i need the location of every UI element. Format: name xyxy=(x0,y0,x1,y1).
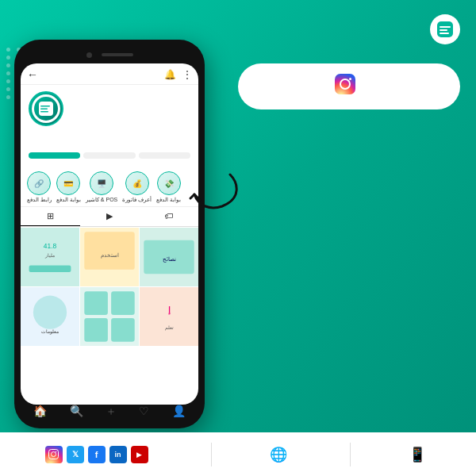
svg-point-33 xyxy=(52,452,56,457)
svg-text:نصائح: نصائح xyxy=(163,256,176,263)
ig-notification-icon[interactable]: 🔔 xyxy=(164,69,176,80)
ig-header: ← 🔔 ⋮ xyxy=(21,63,198,85)
ig-grid-item-2[interactable]: استخدم xyxy=(80,228,139,286)
ig-photo-grid: 41.8 مليار استخدم ن xyxy=(21,228,198,346)
footer-divider-2 xyxy=(350,443,351,466)
svg-rect-1 xyxy=(440,26,451,28)
svg-text:استخدم: استخدم xyxy=(101,251,119,259)
footer-social: 𝕏 f in ▶ xyxy=(45,446,153,463)
footer-divider-1 xyxy=(211,443,212,466)
ig-message-button[interactable] xyxy=(83,152,135,159)
svg-rect-2 xyxy=(440,29,447,31)
phone-mockup: ← 🔔 ⋮ xyxy=(14,40,205,428)
ig-tab-grid[interactable]: ⊞ xyxy=(21,207,80,226)
ig-highlight-label-2: بوابة الدفع xyxy=(56,197,81,203)
ig-profile-top xyxy=(29,91,190,126)
svg-rect-6 xyxy=(40,109,48,110)
svg-rect-22 xyxy=(84,292,108,316)
ig-grid-item-1[interactable]: 41.8 مليار xyxy=(21,228,79,286)
ig-avatar-logo xyxy=(34,97,58,121)
footer: 𝕏 f in ▶ 🌐 📱 xyxy=(0,432,476,476)
ig-highlight-circle-2: 💳 xyxy=(56,171,80,195)
ig-highlight-label-1: رابط الدفع xyxy=(27,197,52,203)
instagram-badge[interactable] xyxy=(238,63,460,109)
phone-screen: ← 🔔 ⋮ xyxy=(21,63,198,405)
phone-nav-heart[interactable]: ♡ xyxy=(139,405,149,419)
phone-bottom-nav: 🏠 🔍 ＋ ♡ 👤 xyxy=(14,405,205,419)
ig-highlight-circle-1: 🔗 xyxy=(27,171,51,195)
ig-highlight-2[interactable]: 💳 بوابة الدفع xyxy=(56,171,81,203)
svg-rect-11 xyxy=(29,266,71,272)
svg-point-19 xyxy=(33,296,67,329)
right-content xyxy=(238,48,460,109)
svg-text:معلومات: معلومات xyxy=(41,329,59,336)
ig-follow-button[interactable] xyxy=(29,152,80,159)
ig-highlight-circle-3: 🖥️ xyxy=(90,171,113,195)
svg-text:مليار: مليار xyxy=(44,252,55,259)
phone-speaker xyxy=(102,53,133,56)
footer-social-icons: 𝕏 f in ▶ xyxy=(45,446,148,463)
svg-text:تعلم: تعلم xyxy=(165,324,174,331)
ig-grid-item-6[interactable]: إ تعلم xyxy=(140,287,198,346)
ig-back-arrow[interactable]: ← xyxy=(27,68,38,81)
footer-whatsapp-icon: 📱 xyxy=(409,446,426,463)
ig-highlight-circle-5: 💸 xyxy=(157,171,181,195)
svg-rect-23 xyxy=(111,292,135,316)
ig-highlight-1[interactable]: 🔗 رابط الدفع xyxy=(27,171,52,203)
instagram-icon xyxy=(334,73,356,100)
phone-nav-home[interactable]: 🏠 xyxy=(33,405,47,419)
svg-text:إ: إ xyxy=(168,305,171,315)
svg-rect-32 xyxy=(49,450,59,459)
ig-highlight-label-3: كاشير & POS xyxy=(86,197,117,203)
ig-tabs: ⊞ ▶ 🏷 xyxy=(21,207,198,227)
ig-grid-item-4[interactable]: معلومات xyxy=(21,287,79,346)
ig-bio xyxy=(29,131,190,148)
svg-rect-7 xyxy=(40,111,48,113)
svg-rect-29 xyxy=(335,74,355,94)
ig-highlight-3[interactable]: 🖥️ كاشير & POS xyxy=(86,171,117,203)
ig-avatar xyxy=(29,91,63,126)
brand-logo xyxy=(430,14,460,44)
phone-notch xyxy=(21,48,198,62)
ig-grid-item-5[interactable] xyxy=(80,287,139,346)
svg-rect-25 xyxy=(111,318,135,342)
ig-profile-section xyxy=(21,85,198,168)
ig-tab-reels[interactable]: ▶ xyxy=(80,207,140,226)
svg-rect-5 xyxy=(40,106,50,107)
ig-highlight-5[interactable]: 💸 بوابة الدفع xyxy=(156,171,181,203)
ig-highlights: 🔗 رابط الدفع 💳 بوابة الدفع 🖥️ كاشير & PO… xyxy=(21,168,198,207)
ig-grid-item-3[interactable]: نصائح xyxy=(140,228,198,286)
phone-nav-add[interactable]: ＋ xyxy=(106,405,117,419)
svg-text:41.8: 41.8 xyxy=(44,243,57,251)
ig-header-icons: 🔔 ⋮ xyxy=(164,69,192,80)
phone-nav-search[interactable]: 🔍 xyxy=(70,405,83,419)
ig-more-icon[interactable]: ⋮ xyxy=(182,69,192,80)
svg-rect-26 xyxy=(140,287,198,346)
footer-phone: 📱 xyxy=(409,446,431,463)
svg-rect-24 xyxy=(84,318,108,342)
arrow-decoration xyxy=(182,159,246,222)
footer-twitter-icon[interactable]: 𝕏 xyxy=(67,446,84,463)
ig-highlight-label-5: بوابة الدفع xyxy=(156,197,181,203)
ig-highlight-circle-4: 💰 xyxy=(125,171,149,195)
footer-facebook-icon[interactable]: f xyxy=(88,446,106,463)
svg-point-34 xyxy=(56,451,56,452)
ig-action-buttons xyxy=(29,152,190,159)
footer-globe-icon: 🌐 xyxy=(270,446,287,463)
ig-highlight-label-4: أعرف فاتورة xyxy=(122,197,152,203)
svg-point-31 xyxy=(349,78,351,80)
footer-youtube-icon[interactable]: ▶ xyxy=(131,446,148,463)
brand-header xyxy=(424,14,460,44)
footer-website: 🌐 xyxy=(270,446,292,463)
phone-camera xyxy=(86,52,92,58)
ig-highlight-4[interactable]: 💰 أعرف فاتورة xyxy=(122,171,152,203)
footer-instagram-icon[interactable] xyxy=(45,446,63,463)
svg-rect-3 xyxy=(440,33,449,34)
footer-linkedin-icon[interactable]: in xyxy=(109,446,127,463)
phone-nav-profile[interactable]: 👤 xyxy=(172,405,186,419)
